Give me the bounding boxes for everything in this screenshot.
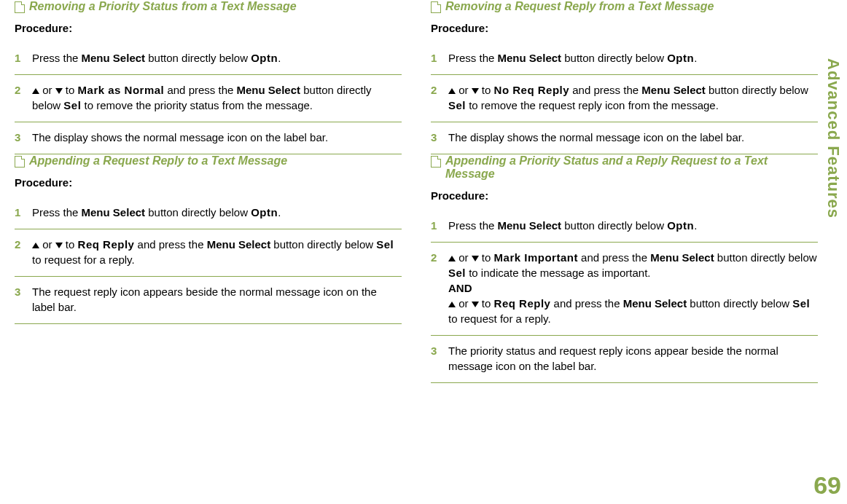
- section-title-text: Removing a Request Reply from a Text Mes…: [445, 0, 714, 13]
- step-number: 3: [15, 130, 25, 145]
- arrow-up-icon: [448, 302, 456, 307]
- procedure-label: Procedure:: [431, 189, 818, 202]
- document-icon: [431, 156, 441, 168]
- step-number: 2: [431, 82, 441, 113]
- arrow-down-icon: [472, 88, 479, 94]
- sel-label: Sel: [792, 297, 810, 310]
- procedure-step: 1Press the Menu Select button directly b…: [15, 43, 402, 75]
- step-number: 2: [431, 250, 441, 326]
- arrow-up-icon: [32, 243, 39, 248]
- side-section-label: Advanced Features: [824, 58, 843, 218]
- menu-select-label: Menu Select: [623, 297, 687, 310]
- procedure-step: 3The display shows the normal message ic…: [431, 122, 818, 154]
- step-body: or to Mark Important and press the Menu …: [448, 250, 818, 326]
- menu-select-label: Menu Select: [82, 52, 146, 64]
- step-body: Press the Menu Select button directly be…: [448, 50, 818, 66]
- step-body: or to Mark as Normal and press the Menu …: [32, 82, 402, 113]
- step-number: 2: [15, 237, 25, 267]
- procedure-step: 3The request reply icon appears beside t…: [15, 277, 402, 324]
- procedure-step: 2 or to No Req Reply and press the Menu …: [431, 75, 818, 122]
- req-reply-label: Req Reply: [494, 297, 551, 310]
- no-req-reply-label: No Req Reply: [494, 84, 570, 96]
- arrow-down-icon: [55, 88, 63, 94]
- document-icon: [431, 1, 441, 13]
- section-title: Appending a Request Reply to a Text Mess…: [15, 154, 402, 168]
- section-title: Removing a Priority Status from a Text M…: [15, 0, 402, 13]
- step-body: Press the Menu Select button directly be…: [32, 205, 402, 220]
- menu-select-label: Menu Select: [650, 251, 714, 264]
- arrow-down-icon: [55, 243, 63, 248]
- menu-select-label: Menu Select: [237, 84, 301, 96]
- procedure-step: 1Press the Menu Select button directly b…: [15, 197, 402, 229]
- procedure-step: 1Press the Menu Select button directly b…: [431, 43, 818, 75]
- procedure-step: 1Press the Menu Select button directly b…: [431, 210, 818, 243]
- sel-label: Sel: [63, 99, 81, 111]
- menu-select-label: Menu Select: [498, 219, 562, 232]
- step-body: The priority status and request reply ic…: [448, 343, 818, 374]
- page-number: 69: [813, 471, 841, 500]
- arrow-down-icon: [472, 256, 479, 261]
- menu-select-label: Menu Select: [498, 52, 562, 64]
- procedure-label: Procedure:: [431, 22, 818, 34]
- section-title: Removing a Request Reply from a Text Mes…: [431, 0, 818, 13]
- procedure-step: 3The display shows the normal message ic…: [15, 122, 402, 154]
- arrow-down-icon: [472, 302, 479, 307]
- step-number: 1: [15, 205, 25, 220]
- step-number: 1: [431, 218, 441, 233]
- step-body: or to Req Reply and press the Menu Selec…: [32, 237, 402, 267]
- step-body: The display shows the normal message ico…: [32, 130, 402, 145]
- section-title-text: Appending a Request Reply to a Text Mess…: [29, 154, 287, 168]
- sel-label: Sel: [448, 267, 466, 279]
- procedure-label: Procedure:: [15, 176, 402, 189]
- arrow-up-icon: [448, 88, 456, 94]
- procedure-step: 2 or to Req Reply and press the Menu Sel…: [15, 229, 402, 277]
- step-body: Press the Menu Select button directly be…: [448, 218, 818, 233]
- step-body: or to No Req Reply and press the Menu Se…: [448, 82, 818, 113]
- optn-label: Optn: [667, 52, 694, 64]
- step-body: The request reply icon appears beside th…: [32, 284, 402, 315]
- step-number: 1: [431, 50, 441, 66]
- step-number: 3: [431, 343, 441, 374]
- arrow-up-icon: [32, 88, 39, 94]
- optn-label: Optn: [251, 52, 278, 64]
- step-number: 3: [431, 130, 441, 145]
- sel-label: Sel: [448, 99, 466, 111]
- menu-select-label: Menu Select: [82, 206, 146, 218]
- menu-select-label: Menu Select: [641, 84, 706, 96]
- section-title: Appending a Priority Status and a Reply …: [431, 154, 818, 181]
- section-title-text: Appending a Priority Status and a Reply …: [445, 154, 818, 181]
- section-title-text: Removing a Priority Status from a Text M…: [29, 0, 297, 13]
- step-number: 2: [15, 82, 25, 113]
- step-number: 1: [15, 50, 25, 66]
- procedure-step: 2 or to Mark as Normal and press the Men…: [15, 75, 402, 122]
- req-reply-label: Req Reply: [78, 238, 135, 251]
- optn-label: Optn: [667, 219, 694, 232]
- arrow-up-icon: [448, 256, 456, 261]
- mark-as-normal-label: Mark as Normal: [78, 84, 165, 96]
- optn-label: Optn: [251, 206, 278, 218]
- step-body: The display shows the normal message ico…: [448, 130, 818, 145]
- document-icon: [15, 1, 25, 13]
- step-body: Press the Menu Select button directly be…: [32, 50, 402, 66]
- sel-label: Sel: [376, 238, 394, 251]
- procedure-step: 2 or to Mark Important and press the Men…: [431, 243, 818, 336]
- mark-important-label: Mark Important: [494, 251, 578, 264]
- procedure-label: Procedure:: [15, 22, 402, 34]
- and-label: AND: [448, 282, 472, 294]
- step-number: 3: [15, 284, 25, 315]
- procedure-step: 3The priority status and request reply i…: [431, 336, 818, 383]
- document-icon: [15, 156, 25, 168]
- menu-select-label: Menu Select: [207, 238, 271, 251]
